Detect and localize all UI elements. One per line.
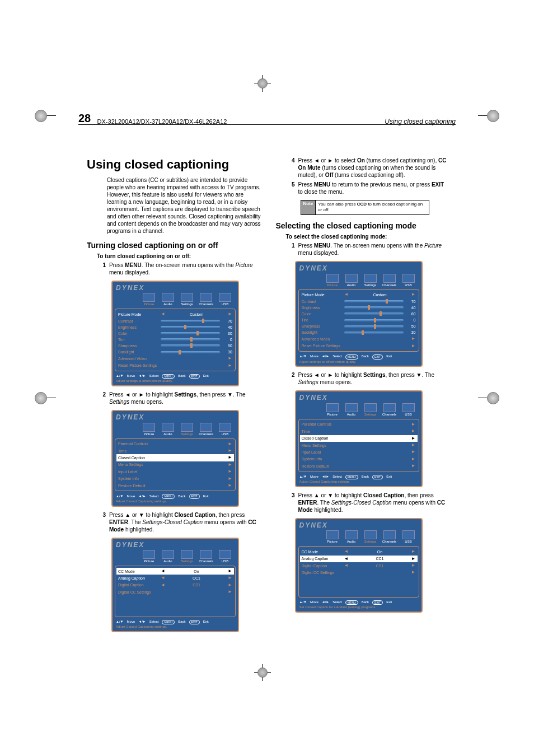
osd-tab-settings: Settings	[177, 550, 196, 564]
picture-icon	[143, 293, 155, 302]
audio-icon	[162, 293, 174, 302]
osd-row: Backlight30	[118, 349, 232, 355]
procedure-title: To select the closed captioning mode:	[276, 233, 451, 240]
channels-icon	[200, 293, 212, 302]
osd-tab-channels: Channels	[196, 423, 216, 437]
osd-row: Digital CC Settings►	[118, 589, 232, 595]
osd-tab-picture: Picture	[139, 293, 158, 307]
osd-tab-channels: Channels	[196, 293, 216, 307]
step: 3 Press ▲ or ▼ to highlight Closed Capti…	[99, 511, 261, 533]
osd-hint: Adjust Closed Captioning settings.	[113, 500, 238, 506]
osd-row: Contrast70	[118, 318, 232, 324]
step: 2 Press ◄ or ► to highlight Settings, th…	[99, 391, 261, 405]
osd-picture-menu: DYNEX Picture Audio Settings Channels US…	[111, 281, 239, 386]
header-rule	[78, 124, 456, 125]
registration-side-icon	[35, 392, 47, 404]
registration-side-icon	[487, 392, 499, 404]
osd-row: Digital Caption◄CS1►	[118, 582, 232, 589]
osd-row: Brightness40	[118, 324, 232, 330]
note-header: Note	[301, 200, 316, 214]
osd-tab-picture: Picture	[139, 423, 158, 437]
heading-sub-turning: Turning closed captioning on or off	[87, 240, 261, 250]
osd-row: System Info►	[118, 475, 232, 482]
osd-tab-channels: Channels	[196, 550, 216, 564]
procedure-title: To turn closed captioning on or off:	[87, 253, 261, 260]
step: 1 Press MENU. The on-screen menu opens w…	[288, 242, 451, 256]
osd-settings-menu: DYNEX Picture Audio Settings Channels US…	[295, 390, 423, 487]
intro-paragraph: Closed captions (CC or subtitles) are in…	[87, 176, 261, 235]
osd-tab-settings: Settings	[177, 423, 196, 437]
osd-tab-usb: USB	[216, 293, 235, 307]
osd-row: Time►	[118, 447, 232, 454]
step: 2 Press ◄ or ► to highlight Settings, th…	[288, 371, 451, 386]
osd-row: Sharpness50	[118, 343, 232, 349]
osd-picture-menu: DYNEX Picture Audio Settings Channels US…	[295, 261, 423, 367]
page-section-title: Using closed captioning	[385, 112, 456, 125]
note-body: You can also press CCD to turn closed ca…	[316, 200, 428, 214]
heading-sub-selecting: Selecting the closed captioning mode	[276, 221, 451, 231]
osd-tab-audio: Audio	[158, 293, 177, 307]
osd-footer: ▲/▼Move◄/►SelectMENUBackEXITExit	[113, 373, 238, 380]
osd-row: Picture Mode◄Custom►	[118, 311, 232, 318]
note-box: Note You can also press CCD to turn clos…	[301, 200, 429, 215]
osd-footer: ▲/▼Move◄/►SelectMENUBackEXITExit	[113, 619, 238, 626]
step: 1 Press MENU. The on-screen menu opens w…	[99, 262, 261, 276]
osd-hint: Adjust Closed Captioning settings.	[113, 625, 238, 631]
right-arrow-icon: ►	[228, 356, 232, 361]
osd-row: Parental Controls►	[118, 441, 232, 447]
osd-row: Advanced Video►	[118, 355, 232, 362]
osd-row: Input Label►	[118, 468, 232, 475]
right-arrow-icon: ►	[228, 363, 232, 368]
right-arrow-icon: ►	[228, 311, 232, 317]
step: 5 Press MENU to return to the previous m…	[288, 181, 451, 195]
osd-tab-usb: USB	[216, 423, 235, 437]
osd-tab-usb: USB	[216, 550, 235, 564]
osd-tab-audio: Audio	[158, 423, 177, 437]
registration-mark-icon	[255, 76, 270, 91]
osd-row: Menu Settings►	[118, 461, 232, 468]
brand-logo: DYNEX	[116, 284, 144, 293]
osd-hint: Adjust settings to affect picture qualit…	[113, 379, 238, 385]
brand-logo: DYNEX	[116, 541, 144, 550]
heading-main: Using closed captioning	[87, 157, 261, 173]
osd-tab-audio: Audio	[158, 550, 177, 564]
brand-logo: DYNEX	[116, 413, 144, 422]
osd-settings-menu: DYNEX Picture Audio Settings Channels US…	[111, 410, 239, 506]
step: 3 Press ▲ or ▼ to highlight Closed Capti…	[288, 492, 451, 514]
settings-icon	[181, 293, 193, 302]
registration-side-icon	[35, 110, 47, 122]
osd-cc-menu: DYNEX Picture Audio Settings Channels US…	[295, 518, 423, 613]
step: 4 Press ◄ or ► to select On (turns close…	[288, 157, 451, 179]
osd-row: Analog Caption◄CC1►	[118, 575, 232, 581]
left-arrow-icon: ◄	[161, 311, 165, 317]
osd-row: Restore Default►	[118, 482, 232, 489]
registration-side-icon	[487, 110, 499, 122]
osd-row: Tint0	[118, 337, 232, 343]
osd-row: Reset Picture Settings►	[118, 362, 232, 369]
osd-footer: ▲/▼Move◄/►SelectMENUBackEXITExit	[113, 493, 238, 500]
osd-tab-settings: Settings	[177, 293, 196, 307]
osd-cc-menu: DYNEX Picture Audio Settings Channels US…	[111, 538, 239, 632]
osd-row: CC Mode◄On►	[116, 568, 234, 575]
osd-tab-picture: Picture	[139, 550, 158, 564]
usb-icon	[219, 293, 231, 302]
osd-row: Color60	[118, 330, 232, 337]
osd-row: Closed Caption►	[116, 454, 234, 461]
registration-mark-icon	[255, 665, 270, 680]
page-number: 28	[78, 112, 91, 124]
